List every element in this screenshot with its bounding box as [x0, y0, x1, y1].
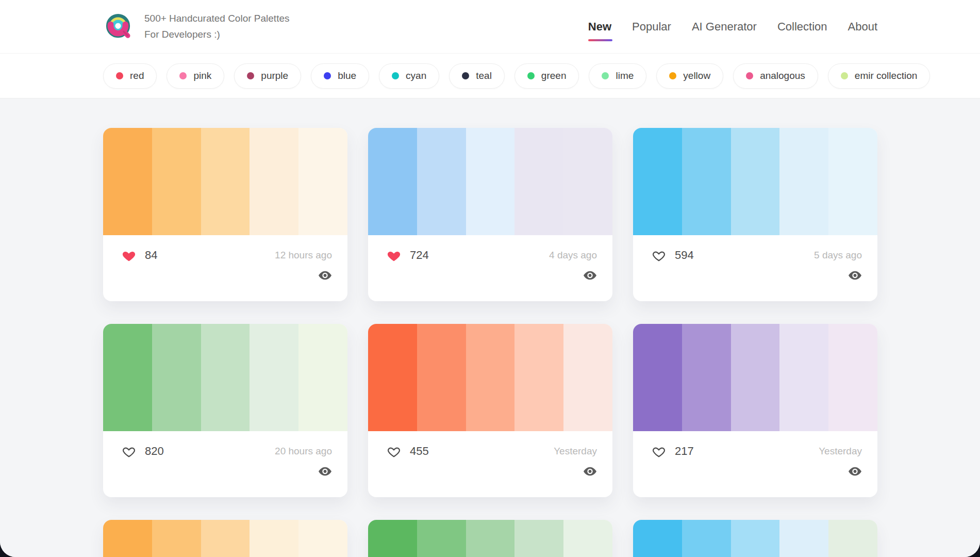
palette-timestamp: 4 days ago [549, 250, 597, 261]
filter-chip-label: cyan [406, 70, 426, 81]
filter-chip-teal[interactable]: teal [449, 63, 505, 89]
color-swatch[interactable] [563, 324, 612, 431]
color-swatch[interactable] [514, 128, 563, 235]
filter-chip-emir-collection[interactable]: emir collection [828, 63, 930, 89]
color-swatch[interactable] [417, 324, 466, 431]
nav-item-popular[interactable]: Popular [632, 20, 671, 34]
like-button[interactable]: 217 [652, 445, 694, 458]
color-swatch[interactable] [828, 520, 877, 557]
color-dot-icon [602, 72, 609, 79]
color-swatch[interactable] [152, 520, 201, 557]
filter-chip-label: teal [476, 70, 492, 81]
color-swatch[interactable] [682, 324, 731, 431]
palette-card[interactable]: 455Yesterday [368, 324, 612, 497]
color-swatch[interactable] [633, 128, 682, 235]
like-button[interactable]: 455 [387, 445, 429, 458]
color-swatch[interactable] [682, 128, 731, 235]
color-swatch[interactable] [152, 324, 201, 431]
palette-card[interactable] [633, 520, 877, 557]
filter-chip-green[interactable]: green [514, 63, 579, 89]
filter-chip-yellow[interactable]: yellow [656, 63, 723, 89]
eye-icon[interactable] [583, 270, 597, 281]
main-content: 8412 hours ago7244 days ago5945 days ago… [0, 99, 980, 557]
filter-chip-analogous[interactable]: analogous [733, 63, 818, 89]
color-swatch[interactable] [103, 324, 152, 431]
color-swatch[interactable] [731, 324, 780, 431]
like-count: 455 [410, 445, 429, 458]
color-swatch[interactable] [633, 324, 682, 431]
card-footer: 5945 days ago [633, 235, 877, 281]
color-swatch[interactable] [779, 520, 828, 557]
nav-item-about[interactable]: About [848, 20, 878, 34]
palette-timestamp: Yesterday [554, 446, 597, 457]
nav-item-collection[interactable]: Collection [777, 20, 827, 34]
palette-card[interactable]: 217Yesterday [633, 324, 877, 497]
filter-bar: redpinkpurplebluecyantealgreenlimeyellow… [0, 54, 980, 99]
app-logo-icon[interactable] [103, 12, 133, 42]
color-swatch[interactable] [250, 128, 298, 235]
eye-icon[interactable] [318, 270, 332, 281]
palette-grid: 8412 hours ago7244 days ago5945 days ago… [103, 128, 877, 557]
color-swatch[interactable] [633, 520, 682, 557]
color-swatch[interactable] [779, 324, 828, 431]
eye-icon[interactable] [848, 466, 862, 477]
nav-item-new[interactable]: New [588, 20, 611, 34]
palette-card[interactable]: 8412 hours ago [103, 128, 347, 301]
color-swatch[interactable] [201, 128, 250, 235]
color-swatch[interactable] [417, 128, 466, 235]
brand: 500+ Handcurated Color Palettes For Deve… [103, 11, 289, 43]
filter-chip-cyan[interactable]: cyan [379, 63, 439, 89]
palette-card[interactable] [103, 520, 347, 557]
filter-chip-pink[interactable]: pink [167, 63, 224, 89]
color-swatch[interactable] [298, 520, 347, 557]
palette-card[interactable]: 7244 days ago [368, 128, 612, 301]
eye-icon[interactable] [583, 466, 597, 477]
color-swatch[interactable] [368, 324, 417, 431]
color-swatch[interactable] [298, 324, 347, 431]
color-swatch[interactable] [250, 324, 298, 431]
color-swatch[interactable] [828, 324, 877, 431]
filter-chip-lime[interactable]: lime [589, 63, 646, 89]
palette-card[interactable]: 82020 hours ago [103, 324, 347, 497]
color-swatch[interactable] [466, 128, 515, 235]
color-dot-icon [841, 72, 848, 79]
color-swatch[interactable] [779, 128, 828, 235]
eye-icon[interactable] [318, 466, 332, 477]
color-swatch[interactable] [682, 520, 731, 557]
color-swatch[interactable] [466, 324, 515, 431]
heart-icon [387, 445, 401, 458]
filter-chip-red[interactable]: red [103, 63, 157, 89]
palette-card[interactable] [368, 520, 612, 557]
color-swatch[interactable] [514, 324, 563, 431]
color-swatch[interactable] [298, 128, 347, 235]
color-swatch[interactable] [201, 520, 250, 557]
color-swatch[interactable] [417, 520, 466, 557]
color-swatch[interactable] [368, 128, 417, 235]
like-button[interactable]: 594 [652, 249, 694, 262]
color-swatch[interactable] [563, 520, 612, 557]
filter-chip-blue[interactable]: blue [311, 63, 369, 89]
filter-chip-purple[interactable]: purple [234, 63, 301, 89]
color-swatch[interactable] [514, 520, 563, 557]
color-swatch[interactable] [250, 520, 298, 557]
color-swatch[interactable] [152, 128, 201, 235]
color-dot-icon [527, 72, 535, 79]
color-swatch[interactable] [828, 128, 877, 235]
palette-card[interactable]: 5945 days ago [633, 128, 877, 301]
color-swatch[interactable] [731, 128, 780, 235]
palette-swatches [633, 128, 877, 235]
color-swatch[interactable] [368, 520, 417, 557]
heart-icon [387, 249, 401, 262]
card-footer: 7244 days ago [368, 235, 612, 281]
eye-icon[interactable] [848, 270, 862, 281]
color-swatch[interactable] [563, 128, 612, 235]
color-swatch[interactable] [103, 520, 152, 557]
color-swatch[interactable] [731, 520, 780, 557]
color-swatch[interactable] [466, 520, 515, 557]
color-swatch[interactable] [201, 324, 250, 431]
like-button[interactable]: 724 [387, 249, 429, 262]
like-button[interactable]: 84 [122, 249, 157, 262]
like-button[interactable]: 820 [122, 445, 164, 458]
nav-item-ai-generator[interactable]: AI Generator [692, 20, 757, 34]
color-swatch[interactable] [103, 128, 152, 235]
